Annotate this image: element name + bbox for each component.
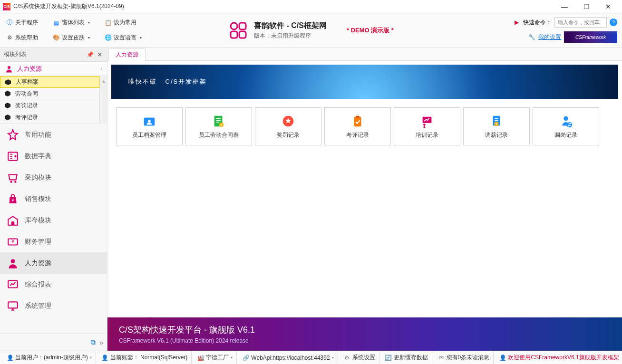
folder-person-icon bbox=[142, 114, 156, 128]
wrench-icon: 🔧 bbox=[528, 33, 535, 41]
maximize-button[interactable]: ☐ bbox=[575, 0, 597, 13]
svg-point-7 bbox=[10, 181, 12, 182]
sidebar-header: 模块列表 📌✕ bbox=[0, 48, 107, 62]
nav-finance[interactable]: ¥财务管理 bbox=[0, 231, 107, 252]
nav-label: 系统管理 bbox=[25, 302, 51, 310]
more-icon[interactable]: » bbox=[99, 339, 103, 346]
sidebar-group-hr[interactable]: 人力资源 ‹ bbox=[0, 62, 107, 76]
set-language-button[interactable]: 🌐设置语言 bbox=[100, 33, 146, 43]
nav-label: 人力资源 bbox=[25, 259, 51, 268]
skin-icon: 🎨 bbox=[52, 34, 60, 41]
tab-label: 人力资源 bbox=[116, 51, 138, 59]
tab-bar: 人力资源 bbox=[107, 48, 622, 61]
gear-icon: ⚙ bbox=[344, 354, 350, 361]
tile-salary[interactable]: ¥调薪记录 bbox=[463, 107, 530, 145]
footer-title: C/S架构快速开发平台 - 旗舰版 V6.1 bbox=[119, 324, 611, 335]
tile-transfer[interactable]: 调岗记录 bbox=[533, 107, 599, 145]
svg-text:¥: ¥ bbox=[11, 239, 15, 244]
status-factory[interactable]: 🏭宁德工厂▾ bbox=[194, 351, 237, 364]
status-welcome-label: 欢迎使用CSFrameworkV6.1旗舰版开发框架 bbox=[508, 354, 619, 362]
tile-label: 调薪记录 bbox=[485, 131, 508, 139]
pin-icon[interactable]: 📌 bbox=[86, 50, 95, 59]
quick-command-input[interactable] bbox=[554, 17, 607, 28]
cube-icon bbox=[5, 79, 11, 85]
tile-label: 员工劳动合同表 bbox=[199, 131, 239, 139]
nav-hr[interactable]: 人力资源 bbox=[0, 252, 107, 274]
terminal-icon: ▶ bbox=[513, 19, 520, 26]
tab-hr[interactable]: 人力资源 bbox=[108, 48, 146, 61]
link-icon: 🔗 bbox=[243, 354, 249, 361]
tile-training[interactable]: 培训记录 bbox=[394, 107, 460, 145]
user-icon: 👤 bbox=[7, 354, 13, 361]
presentation-icon bbox=[420, 114, 434, 128]
nav-dict[interactable]: 数据字典 bbox=[0, 145, 107, 167]
system-help-button[interactable]: ⚙系统帮助 bbox=[2, 33, 42, 43]
close-panel-icon[interactable]: ✕ bbox=[97, 50, 103, 59]
tile-label: 调岗记录 bbox=[554, 131, 577, 139]
status-user[interactable]: 👤当前用户：(admin-超级用户)▾ bbox=[3, 351, 96, 364]
windows-icon: ▦ bbox=[52, 19, 60, 27]
svg-rect-22 bbox=[356, 115, 360, 117]
nav-system[interactable]: 系统管理 bbox=[0, 295, 107, 316]
tile-label: 考评记录 bbox=[346, 131, 369, 139]
svg-point-6 bbox=[14, 155, 16, 157]
nav-label: 财务管理 bbox=[25, 238, 51, 246]
svg-rect-1 bbox=[239, 23, 246, 29]
window-title: C/S系统快速开发框架-旗舰版V6.1(2024-09) bbox=[13, 2, 124, 10]
sidebar-item-personnel[interactable]: 人事档案 bbox=[0, 76, 99, 88]
minimize-button[interactable]: — bbox=[554, 0, 575, 13]
set-skin-button[interactable]: 🎨设置皮肤 bbox=[49, 33, 94, 43]
set-favorite-button[interactable]: 📋设为常用 bbox=[100, 18, 140, 28]
info-icon: ⓘ bbox=[6, 19, 13, 27]
nav-report[interactable]: 综合报表 bbox=[0, 274, 107, 295]
warehouse-icon bbox=[7, 214, 19, 227]
tile-contract[interactable]: 员工劳动合同表 bbox=[185, 107, 252, 145]
sidebar-item-reward[interactable]: 奖罚记录 bbox=[0, 100, 99, 112]
status-messages[interactable]: ✉您有0条未读消息 bbox=[434, 351, 494, 364]
sidebar-item-label: 劳动合同 bbox=[15, 90, 38, 98]
tile-label: 奖罚记录 bbox=[277, 131, 300, 139]
skin-label: 设置皮肤 bbox=[62, 34, 85, 42]
svg-point-29 bbox=[567, 122, 572, 127]
sidebar-nav: 常用功能 数据字典 采购模块 ¥销售模块 库存模块 ¥财务管理 人力资源 综合报… bbox=[0, 124, 107, 334]
status-refresh[interactable]: 🔄更新缓存数据 bbox=[381, 351, 432, 364]
sidebar-item-evaluate[interactable]: 考评记录 bbox=[0, 112, 99, 124]
nav-purchase[interactable]: 采购模块 bbox=[0, 167, 107, 188]
status-webapi[interactable]: 🔗WebApi:https://localhost:44392▾ bbox=[239, 351, 338, 364]
tile-personnel[interactable]: 员工档案管理 bbox=[116, 107, 183, 145]
sidebar-item-contract[interactable]: 劳动合同 bbox=[0, 88, 99, 100]
svg-rect-2 bbox=[231, 31, 237, 38]
svg-point-8 bbox=[14, 181, 16, 182]
brand-logo-icon bbox=[228, 20, 248, 40]
monitor-icon bbox=[7, 300, 19, 312]
help-icon[interactable]: ? bbox=[610, 19, 617, 26]
window-list-button[interactable]: ▦窗体列表 bbox=[49, 18, 94, 28]
tile-reward[interactable]: 奖罚记录 bbox=[255, 107, 321, 145]
ad-banner[interactable]: CSFramework bbox=[564, 31, 617, 43]
dict-icon bbox=[7, 150, 19, 163]
sidebar-items: 人事档案 劳动合同 奖罚记录 考评记录 bbox=[0, 76, 99, 124]
person-icon bbox=[7, 257, 19, 269]
nav-label: 综合报表 bbox=[25, 280, 51, 289]
about-label: 关于程序 bbox=[15, 19, 38, 27]
content-area: 人力资源 唯快不破 - C/S开发框架 员工档案管理 员工劳动合同表 奖罚记录 … bbox=[107, 48, 622, 351]
my-settings-link[interactable]: 我的设置 bbox=[538, 33, 561, 41]
svg-text:¥: ¥ bbox=[11, 198, 14, 202]
sidebar-item-label: 奖罚记录 bbox=[15, 102, 38, 110]
nav-sales[interactable]: ¥销售模块 bbox=[0, 188, 107, 210]
tile-evaluate[interactable]: 考评记录 bbox=[324, 107, 391, 145]
status-account[interactable]: 👤当前账套： Normal(SqlServer) bbox=[98, 351, 192, 364]
svg-point-24 bbox=[423, 124, 426, 126]
tile-grid: 员工档案管理 员工劳动合同表 奖罚记录 考评记录 培训记录 ¥调薪记录 调岗记录 bbox=[107, 99, 622, 154]
money-icon: ¥ bbox=[7, 236, 19, 248]
nav-stock[interactable]: 库存模块 bbox=[0, 210, 107, 231]
status-webapi-label: WebApi:https://localhost:44392 bbox=[251, 354, 330, 361]
status-sysset[interactable]: ⚙系统设置 bbox=[340, 351, 379, 364]
nav-common[interactable]: 常用功能 bbox=[0, 124, 107, 145]
close-button[interactable]: ✕ bbox=[597, 0, 619, 13]
setfav-label: 设为常用 bbox=[114, 19, 136, 27]
star-icon bbox=[7, 129, 19, 141]
about-button[interactable]: ⓘ关于程序 bbox=[2, 18, 42, 28]
layout-icon[interactable]: ⧉ bbox=[91, 338, 96, 346]
sidebar-scrollbar[interactable]: ▴ bbox=[99, 76, 107, 124]
